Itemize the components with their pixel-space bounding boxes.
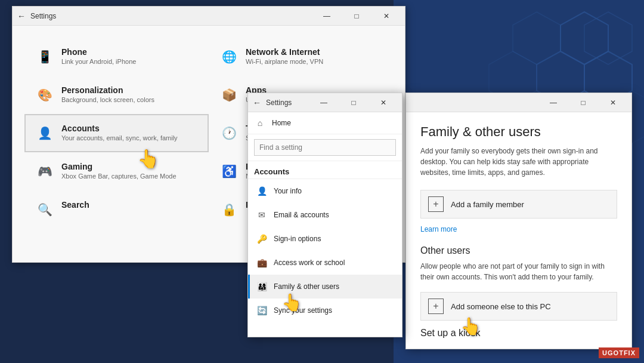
learn-more-link[interactable]: Learn more (420, 225, 457, 233)
sync-nav-icon: 🔄 (256, 304, 268, 316)
family-minimize-button[interactable]: — (540, 93, 567, 112)
search-title: Search (61, 200, 89, 210)
close-button[interactable]: ✕ (373, 7, 400, 26)
email-nav-icon: ✉ (256, 209, 268, 221)
phone-title: Phone (61, 47, 136, 57)
other-users-title: Other users (420, 245, 617, 256)
add-family-label: Add a family member (451, 200, 524, 209)
settings-item-network[interactable]: 🌐 Network & Internet Wi-Fi, airplane mod… (209, 38, 393, 76)
home-icon: ⌂ (254, 117, 266, 129)
phone-icon: 📱 (35, 47, 54, 66)
maximize-button[interactable]: □ (343, 7, 370, 26)
window-controls: — □ ✕ (313, 7, 400, 26)
main-titlebar: ← Settings — □ ✕ (13, 7, 405, 26)
accounts-nav-item-sync[interactable]: 🔄 Sync your settings (248, 299, 402, 322)
add-family-plus-icon: + (428, 196, 444, 212)
personalization-title: Personalization (61, 85, 154, 95)
your-info-nav-label: Your info (274, 187, 302, 195)
family-window-controls: — □ ✕ (540, 93, 627, 112)
add-other-user-button[interactable]: + Add someone else to this PC (420, 292, 617, 321)
accounts-close-button[interactable]: ✕ (370, 93, 397, 112)
accounts-section-label: Accounts (248, 161, 402, 179)
signin-nav-icon: 🔑 (256, 233, 268, 245)
accounts-nav-item-your-info[interactable]: 👤 Your info (248, 179, 402, 203)
settings-item-gaming[interactable]: 🎮 Gaming Xbox Game Bar, captures, Game M… (24, 152, 209, 190)
accounts-nav-list: 👤 Your info ✉ Email & accounts 🔑 Sign-in… (248, 179, 402, 322)
family-body: Family & other users Add your family so … (406, 112, 631, 349)
home-link[interactable]: ⌂ Home (248, 112, 402, 134)
accounts-settings-window: ← Settings — □ ✕ ⌂ Home Accounts 👤 Your … (247, 93, 402, 337)
accounts-nav-item-email[interactable]: ✉ Email & accounts (248, 203, 402, 227)
network-title: Network & Internet (246, 47, 323, 57)
accounts-window-title: Settings (266, 99, 310, 107)
family-nav-icon: 👨‍👩‍👧 (256, 281, 268, 293)
minimize-button[interactable]: — (313, 7, 340, 26)
settings-item-accounts[interactable]: 👤 Accounts Your accounts, email, sync, w… (24, 114, 209, 152)
phone-desc: Link your Android, iPhone (61, 58, 136, 65)
family-close-button[interactable]: ✕ (599, 93, 627, 112)
home-label: Home (272, 119, 291, 127)
apps-icon: 📦 (219, 85, 239, 104)
accounts-title: Accounts (61, 124, 178, 133)
family-nav-label: Family & other users (274, 282, 339, 291)
family-title: Family & other users (420, 124, 617, 140)
settings-item-phone[interactable]: 📱 Phone Link your Android, iPhone (24, 38, 209, 76)
ease-icon: ♿ (219, 162, 239, 181)
accounts-maximize-button[interactable]: □ (340, 93, 367, 112)
access-work-nav-label: Access work or school (274, 259, 345, 267)
network-icon: 🌐 (219, 47, 239, 66)
settings-item-personalization[interactable]: 🎨 Personalization Background, lock scree… (24, 76, 209, 114)
accounts-body: ⌂ Home Accounts 👤 Your info ✉ Email & ac… (248, 112, 402, 337)
search-icon: 🔍 (35, 200, 54, 219)
search-container (248, 134, 402, 161)
personalization-desc: Background, lock screen, colors (61, 96, 154, 103)
accounts-back-arrow[interactable]: ← (253, 98, 261, 107)
setup-kiosk-title: Set up a kiosk (420, 328, 617, 339)
add-other-plus-icon: + (428, 299, 444, 314)
access-work-nav-icon: 💼 (256, 257, 268, 269)
accounts-titlebar: ← Settings — □ ✕ (248, 93, 402, 112)
accounts-nav-item-family[interactable]: 👨‍👩‍👧 Family & other users (248, 275, 402, 299)
accounts-nav-item-access-work[interactable]: 💼 Access work or school (248, 251, 402, 275)
accounts-icon: 👤 (35, 124, 54, 143)
gaming-icon: 🎮 (35, 162, 54, 181)
signin-nav-label: Sign-in options (274, 235, 321, 243)
add-other-label: Add someone else to this PC (451, 302, 551, 311)
your-info-nav-icon: 👤 (256, 185, 268, 197)
accounts-minimize-button[interactable]: — (310, 93, 338, 112)
accounts-nav-item-signin[interactable]: 🔑 Sign-in options (248, 227, 402, 251)
add-family-member-button[interactable]: + Add a family member (420, 190, 617, 219)
family-desc: Add your family so everybody gets their … (420, 146, 617, 178)
privacy-icon: 🔒 (219, 200, 239, 219)
family-titlebar: — □ ✕ (406, 93, 631, 112)
family-panel: — □ ✕ Family & other users Add your fami… (405, 93, 632, 349)
time-icon: 🕐 (219, 124, 239, 143)
network-desc: Wi-Fi, airplane mode, VPN (246, 58, 323, 65)
family-maximize-button[interactable]: □ (569, 93, 597, 112)
search-input[interactable] (254, 139, 396, 156)
other-users-desc: Allow people who are not part of your fa… (420, 261, 617, 282)
sync-nav-label: Sync your settings (274, 306, 332, 315)
watermark: UGOTFIX (599, 347, 639, 358)
email-nav-label: Email & accounts (274, 211, 329, 219)
main-window-title: Settings (30, 12, 313, 20)
gaming-desc: Xbox Game Bar, captures, Game Mode (61, 173, 177, 180)
accounts-window-controls: — □ ✕ (310, 93, 397, 112)
accounts-desc: Your accounts, email, sync, work, family (61, 134, 178, 141)
settings-item-search[interactable]: 🔍 Search (24, 190, 209, 229)
gaming-title: Gaming (61, 162, 177, 171)
personalization-icon: 🎨 (35, 85, 54, 104)
back-arrow[interactable]: ← (17, 11, 26, 21)
